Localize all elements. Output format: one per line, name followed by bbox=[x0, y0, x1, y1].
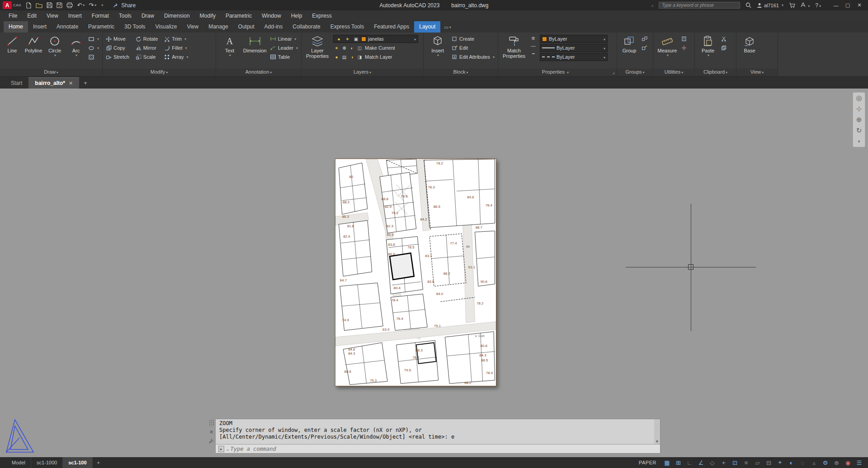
navbar-menu-caret-icon[interactable]: ▾ bbox=[858, 137, 860, 145]
ribbon-tab-3d-tools[interactable]: 3D Tools bbox=[119, 21, 150, 33]
layer-thaw-sun-icon[interactable]: ✶ bbox=[344, 36, 351, 42]
layer-on-bulb-icon[interactable]: ● bbox=[335, 36, 342, 42]
menu-file[interactable]: File bbox=[4, 11, 22, 20]
command-input[interactable] bbox=[231, 446, 657, 452]
panel-label-groups[interactable]: Groups bbox=[617, 69, 653, 76]
command-window[interactable]: ✕ ZOOM Specify corner of window, enter a… bbox=[208, 419, 660, 454]
object-color-list-icon[interactable]: ≣ bbox=[530, 35, 537, 42]
object-snap-icon[interactable]: ⊡ bbox=[730, 458, 740, 467]
annotation-monitor-icon[interactable]: ⊕ bbox=[831, 458, 842, 467]
search-input[interactable] bbox=[659, 2, 740, 9]
lineweight-icon[interactable]: ≡ bbox=[741, 458, 751, 467]
ribbon-tab-parametric[interactable]: Parametric bbox=[83, 21, 119, 33]
move-button[interactable]: Move bbox=[106, 35, 129, 43]
object-color-dropdown[interactable]: ByLayer bbox=[540, 35, 608, 43]
text-button[interactable]: A Text bbox=[219, 34, 240, 57]
annotation-visibility-icon[interactable]: ◐ bbox=[786, 458, 797, 467]
match-properties-button[interactable]: Match Properties bbox=[501, 34, 527, 59]
panel-label-properties[interactable]: Properties ⌟ bbox=[498, 69, 617, 76]
base-view-button[interactable]: Base bbox=[740, 34, 760, 53]
ribbon-tab-featured-apps[interactable]: Featured Apps bbox=[369, 21, 414, 33]
dimension-button[interactable]: Dimension bbox=[243, 34, 267, 53]
line-button[interactable]: Line bbox=[3, 34, 21, 53]
make-current-button[interactable]: ✶ ❆ ◐ ◫ Make Current bbox=[333, 44, 418, 52]
ribbon-tab-express-tools[interactable]: Express Tools bbox=[326, 21, 369, 33]
object-snap-tracking-icon[interactable]: + bbox=[718, 458, 729, 467]
ribbon-tab-layout[interactable]: Layout bbox=[414, 21, 440, 33]
paste-button[interactable]: Paste bbox=[698, 34, 718, 57]
pan-icon[interactable]: ⊹ bbox=[856, 105, 862, 113]
ribbon-tab-collaborate[interactable]: Collaborate bbox=[288, 21, 325, 33]
maximize-button[interactable]: ▢ bbox=[842, 2, 854, 8]
panel-label-block[interactable]: Block bbox=[424, 69, 498, 76]
search-icon[interactable] bbox=[745, 2, 751, 8]
panel-label-annotation[interactable]: Annotation bbox=[216, 69, 301, 76]
snap-mode-icon[interactable]: ▦ bbox=[662, 458, 672, 467]
properties-dialog-launcher-icon[interactable]: ⌟ bbox=[613, 69, 615, 75]
close-command-window-icon[interactable]: ✕ bbox=[209, 429, 213, 435]
file-tab-document[interactable]: bairro_alto* ✕ bbox=[28, 77, 79, 89]
file-tab-start[interactable]: Start bbox=[5, 78, 28, 89]
minimize-button[interactable]: — bbox=[830, 3, 842, 8]
save-icon[interactable] bbox=[47, 2, 52, 8]
close-button[interactable]: ✕ bbox=[854, 2, 865, 8]
table-button[interactable]: Table bbox=[270, 53, 298, 61]
zoom-icon[interactable]: ⊕ bbox=[856, 116, 862, 124]
menu-modify[interactable]: Modify bbox=[195, 11, 221, 20]
ribbon-tab-manage[interactable]: Manage bbox=[203, 21, 233, 33]
ribbon-tab-insert[interactable]: Insert bbox=[28, 21, 52, 33]
create-block-button[interactable]: Create bbox=[452, 35, 495, 43]
ortho-mode-icon[interactable]: ∟ bbox=[684, 458, 695, 467]
layout-tab-sc1-100[interactable]: sc1-100 bbox=[63, 457, 92, 468]
save-as-icon[interactable] bbox=[57, 2, 62, 8]
leader-button[interactable]: Leader bbox=[270, 44, 298, 52]
menu-tools[interactable]: Tools bbox=[114, 11, 137, 20]
infocenter-chevron-icon[interactable]: › bbox=[651, 3, 653, 8]
share-button[interactable]: Share bbox=[113, 2, 136, 9]
lineweight-dropdown[interactable]: ByLayer bbox=[540, 44, 608, 52]
panel-label-utilities[interactable]: Utilities bbox=[653, 69, 694, 76]
command-options-icon[interactable]: ▸ bbox=[218, 446, 224, 452]
graphics-performance-icon[interactable]: ◉ bbox=[843, 458, 853, 467]
menu-help[interactable]: Help bbox=[286, 11, 307, 20]
rectangle-button[interactable] bbox=[88, 35, 99, 43]
match-layer-button[interactable]: ● ▤ ◑ ◨ Match Layer bbox=[333, 53, 418, 61]
new-layout-button[interactable]: + bbox=[93, 460, 104, 465]
edit-attributes-button[interactable]: AEdit Attributes bbox=[452, 53, 495, 61]
group-edit-button[interactable] bbox=[642, 44, 647, 52]
qat-customize-icon[interactable] bbox=[100, 3, 103, 7]
isodraft-icon[interactable]: ◇ bbox=[707, 458, 717, 467]
copy-button[interactable]: Copy bbox=[106, 44, 129, 52]
polyline-button[interactable]: Polyline bbox=[24, 34, 42, 53]
trim-button[interactable]: Trim bbox=[164, 35, 188, 43]
selection-cycling-icon[interactable]: ⊟ bbox=[764, 458, 774, 467]
menu-draw[interactable]: Draw bbox=[137, 11, 159, 20]
menu-edit[interactable]: Edit bbox=[22, 11, 42, 20]
measure-button[interactable]: Measure bbox=[656, 34, 678, 57]
orbit-icon[interactable]: ↻ bbox=[856, 126, 862, 135]
signin-menu[interactable]: al7161 bbox=[757, 3, 783, 8]
layer-color-swatch[interactable] bbox=[361, 37, 366, 42]
ribbon-tab-home[interactable]: Home bbox=[4, 21, 28, 33]
ribbon-display-toggle[interactable]: ▭ bbox=[444, 25, 451, 33]
layout-tab-sc1-1000[interactable]: sc1-1000 bbox=[31, 457, 63, 468]
layout-paper[interactable]: 78.28078.389.678.688.288.882.986.578.479… bbox=[335, 159, 496, 386]
menu-window[interactable]: Window bbox=[257, 11, 286, 20]
ellipse-button[interactable] bbox=[88, 44, 99, 52]
drawing-canvas[interactable]: 78.28078.389.678.688.288.882.986.578.479… bbox=[0, 89, 868, 457]
mirror-button[interactable]: Mirror bbox=[136, 44, 158, 52]
customize-wrench-icon[interactable] bbox=[209, 438, 214, 444]
new-file-icon[interactable] bbox=[26, 2, 32, 9]
drag-grip-icon[interactable] bbox=[209, 420, 214, 426]
ribbon-tab-view[interactable]: View bbox=[182, 21, 203, 33]
recent-commands-caret-icon[interactable] bbox=[226, 445, 229, 453]
ribbon-tab-visualize[interactable]: Visualize bbox=[151, 21, 182, 33]
layer-properties-button[interactable]: Layer Properties bbox=[305, 34, 330, 59]
panel-label-layers[interactable]: Layers bbox=[302, 69, 423, 76]
autoscale-icon[interactable]: ◌ bbox=[797, 458, 808, 467]
menu-view[interactable]: View bbox=[42, 11, 63, 20]
scroll-down-arrow-icon[interactable]: ▼ bbox=[656, 440, 658, 444]
paper-space-toggle[interactable]: PAPER bbox=[639, 460, 656, 465]
redo-icon[interactable]: ↷ bbox=[89, 2, 96, 8]
app-logo-icon[interactable]: A bbox=[3, 1, 12, 9]
